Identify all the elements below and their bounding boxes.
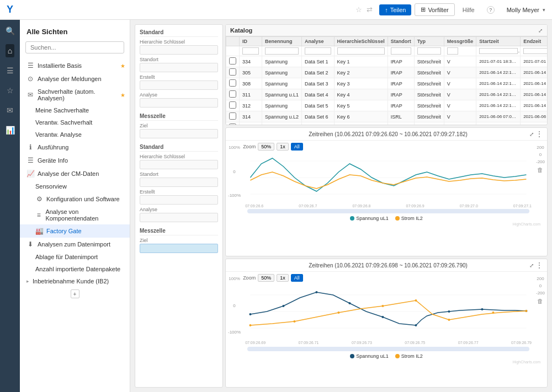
zoom-1x-btn-2[interactable]: 1x: [277, 274, 289, 282]
field-value-analyse1[interactable]: [140, 98, 218, 108]
filter-endzeit[interactable]: [523, 48, 547, 54]
filter-hierarchie[interactable]: [337, 47, 385, 55]
help-question[interactable]: ?: [487, 6, 495, 14]
field-value-hierarchie1[interactable]: [140, 45, 218, 55]
chart-menu-icon-1[interactable]: ⋮: [536, 130, 543, 138]
zoom-controls-1: Zoom 50% 1x All: [243, 143, 534, 151]
sidebar-item-ausfuhrung[interactable]: ℹ Ausführung: [20, 141, 130, 154]
sidebar-item-inbetriebnahme[interactable]: ▸ Inbetriebnahme Kunde (IB2): [20, 275, 130, 287]
zoom-1x-btn-1[interactable]: 1x: [277, 143, 289, 151]
share-button[interactable]: ↑ Teilen: [379, 4, 411, 15]
sidebar-item-analysen-datenimport[interactable]: ⬇ Analysen zum Datenimport: [20, 238, 130, 251]
filter-id[interactable]: [242, 47, 259, 55]
sidebar-item-verantw-sachverhalt[interactable]: Verantw. Sachverhalt: [20, 116, 130, 128]
zoom-all-btn-1[interactable]: All: [291, 143, 303, 151]
zoom-50-btn-1[interactable]: 50%: [258, 143, 274, 151]
svg-point-21: [492, 312, 495, 314]
right-panel: Katalog ⤢ ID Benennung Analyse: [225, 24, 548, 388]
field-value-ziel2[interactable]: [140, 244, 218, 253]
svg-point-12: [448, 310, 450, 313]
sidebar-item-analyse-komponenten[interactable]: ≡ Analyse von Komponentendaten: [20, 206, 130, 224]
sidebar-item-factory-gate[interactable]: 🏭 Factory Gate: [20, 224, 130, 238]
row-checkbox-4[interactable]: [229, 101, 236, 109]
filter-typ[interactable]: [417, 47, 441, 55]
field-value-analyse2[interactable]: [140, 213, 218, 222]
chart-scrollbar-1[interactable]: [247, 209, 529, 213]
share-small-icon[interactable]: ⇄: [367, 6, 373, 14]
sidebar-item-installierte-basis[interactable]: ☰ Installierte Basis ★: [20, 59, 130, 72]
logo: Y: [7, 4, 13, 15]
trash-icon-2[interactable]: 🗑: [537, 298, 543, 304]
field-value-erstellt2[interactable]: [140, 195, 218, 205]
sidebar-item-sachverhalte[interactable]: ✉ Sachverhalte (autom. Analysen) ★: [20, 85, 130, 104]
table-row[interactable]: 316 Spannung u.L2 Data Set 7 Key 7 ISRL …: [226, 122, 548, 125]
chart-expand-icon-1[interactable]: ⤢: [529, 131, 534, 137]
field-value-standort2[interactable]: [140, 178, 218, 187]
chart-svg-2: [243, 284, 534, 339]
user-menu[interactable]: Molly Meyer: [507, 7, 539, 13]
catalog-expand-icon[interactable]: ⤢: [538, 28, 543, 34]
filter-messgroesse[interactable]: [447, 47, 458, 55]
chart-nav-icon-btn[interactable]: 📊: [3, 123, 17, 137]
chart-scrollbar-2[interactable]: [247, 347, 529, 351]
sidebar-search[interactable]: [25, 41, 124, 53]
vorfilter-button[interactable]: ⊞ Vorfilter: [415, 3, 454, 16]
sidebar-item-gerate-info[interactable]: ☰ Geräte Info: [20, 154, 130, 167]
row-checkbox-0[interactable]: [229, 57, 236, 65]
row-checkbox-5[interactable]: [229, 112, 236, 120]
field-value-hierarchie2[interactable]: [140, 160, 218, 169]
home-icon-btn[interactable]: ⌂: [6, 44, 14, 57]
table-row[interactable]: 305 Spannung Data Set 2 Key 2 IRAP Störs…: [226, 67, 548, 78]
table-row[interactable]: 334 Spannung Data Set 1 Key 1 IRAP Störs…: [226, 56, 548, 67]
chart-menu-icon-2[interactable]: ⋮: [536, 261, 543, 269]
field-label-erstellt1: Erstellt: [140, 74, 218, 80]
mail-icon-btn[interactable]: ✉: [4, 104, 15, 117]
field-value-standort1[interactable]: [140, 63, 218, 72]
field-value-ziel1[interactable]: [140, 129, 218, 138]
sidebar-item-analyse-meldungen[interactable]: ⊙ Analyse der Meldungen: [20, 72, 130, 85]
star-icon-installierte: ★: [120, 63, 125, 69]
filter-startzeit[interactable]: [479, 48, 518, 54]
filter-standort[interactable]: [391, 47, 411, 55]
sidebar-item-anzahl-datenpakete[interactable]: Anzahl importierte Datenpakete: [20, 263, 130, 275]
row-checkbox-2[interactable]: [229, 79, 236, 87]
download-icon: ⬇: [26, 240, 34, 248]
star-nav-icon-btn[interactable]: ☆: [4, 84, 16, 97]
help-label[interactable]: Hilfe: [463, 7, 475, 13]
filter-analyse[interactable]: [305, 47, 331, 55]
table-row[interactable]: 312 Spannung Data Set 5 Key 5 IRAP Störs…: [226, 100, 548, 111]
top-actions: ↑ Teilen ⊞ Vorfilter Hilfe ? Molly Meyer…: [379, 3, 545, 16]
field-value-erstellt1[interactable]: [140, 80, 218, 90]
lines-icon: ≡: [35, 211, 42, 219]
chart-title-2: Zeitreihen (10.06.2021 07:09:26.698 ~ 10…: [247, 262, 529, 269]
factory-icon: 🏭: [35, 227, 43, 235]
row-checkbox-3[interactable]: [229, 90, 236, 98]
svg-point-18: [382, 305, 384, 307]
user-chevron-icon[interactable]: ▾: [543, 7, 545, 13]
sidebar-item-meine-sachverhalte[interactable]: Meine Sachverhalte: [20, 104, 130, 116]
table-row[interactable]: 314 Spannung u.L2 Data Set 6 Key 6 ISRL …: [226, 111, 548, 122]
table-row[interactable]: 311 Spannung u.L1 Data Set 4 Key 4 IRAP …: [226, 89, 548, 100]
row-checkbox-6[interactable]: [229, 123, 236, 125]
trash-icon-1[interactable]: 🗑: [537, 167, 543, 173]
filter-section-messzelle2: Messzelle Ziel: [140, 228, 218, 253]
gear-icon: ⚙: [35, 195, 43, 203]
sidebar-item-verantw-analyse[interactable]: Verantw. Analyse: [20, 128, 130, 141]
zoom-50-btn-2[interactable]: 50%: [258, 274, 274, 282]
sidebar-item-sensorview[interactable]: Sensorview: [20, 180, 130, 192]
add-button[interactable]: +: [71, 289, 79, 298]
zoom-all-btn-2[interactable]: All: [291, 274, 303, 282]
table-row[interactable]: 308 Spannung Data Set 3 Key 3 IRAP Störs…: [226, 78, 548, 89]
sidebar-item-ablage-datenimport[interactable]: Ablage für Datenimport: [20, 251, 130, 263]
content-area: Standard Hierarchie Schlüssel Standort E…: [130, 20, 552, 392]
search-input[interactable]: [25, 41, 124, 53]
svg-point-16: [294, 320, 296, 323]
row-checkbox-1[interactable]: [229, 68, 236, 76]
chart-expand-icon-2[interactable]: ⤢: [529, 262, 534, 269]
sidebar-item-konfiguration[interactable]: ⚙ Konfiguration und Software: [20, 192, 130, 206]
star-icon[interactable]: ☆: [355, 6, 362, 14]
nav-menu-icon-btn[interactable]: ☰: [4, 64, 16, 77]
filter-benennung[interactable]: [265, 47, 299, 55]
sidebar-item-analyse-cm-daten[interactable]: 📈 Analyse der CM-Daten: [20, 167, 130, 180]
search-icon-btn[interactable]: 🔍: [3, 24, 17, 37]
